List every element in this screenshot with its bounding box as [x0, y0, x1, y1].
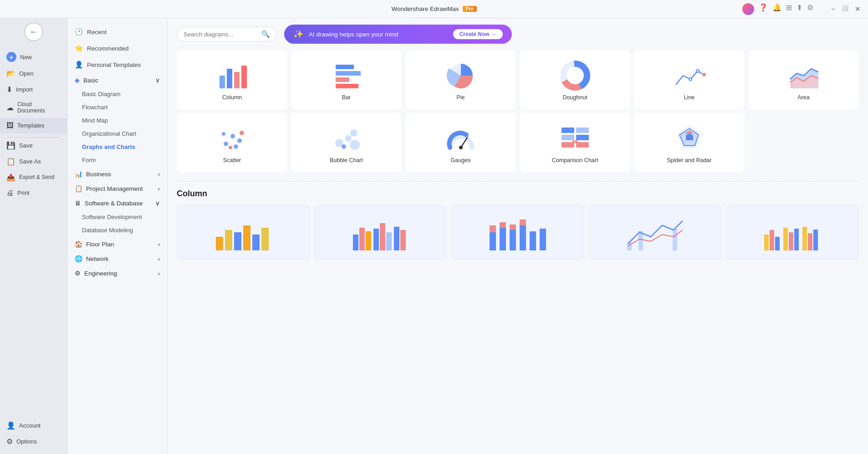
create-now-button[interactable]: Create Now → — [453, 29, 503, 39]
recent-label: Recent — [87, 29, 107, 36]
minimize-button[interactable]: − — [831, 5, 835, 13]
recent-item[interactable]: 🕐 Recent — [67, 24, 167, 40]
chart-card-gauges[interactable]: Gauges — [405, 113, 516, 172]
template-card-1[interactable] — [177, 205, 310, 260]
section-engineering-header[interactable]: ⚙ Engineering › — [67, 266, 167, 281]
bar-chart-thumb — [331, 61, 363, 91]
template-thumb-4 — [589, 205, 721, 259]
basic-diagram-item[interactable]: Basic Diagram — [67, 87, 167, 101]
templates-nav-item[interactable]: 🖼 Templates — [0, 118, 67, 133]
recommended-item[interactable]: ⭐ Recommended — [67, 40, 167, 56]
form-item[interactable]: Form — [67, 153, 167, 167]
import-label: Import — [16, 86, 33, 93]
help-icon[interactable]: ❓ — [759, 3, 768, 15]
floorplan-icon: 🏠 — [75, 240, 82, 248]
save-nav-item[interactable]: 💾 Save — [0, 138, 67, 153]
options-label: Options — [16, 438, 37, 445]
svg-point-22 — [240, 131, 244, 135]
section-network-header[interactable]: 🌐 Network › — [67, 251, 167, 266]
restore-button[interactable]: ⬜ — [842, 5, 848, 13]
chart-card-comparison[interactable]: Comparison Chart — [520, 113, 630, 172]
chart-card-bar[interactable]: Bar — [291, 50, 402, 109]
cloud-nav-item[interactable]: ☁ Cloud Documents — [0, 97, 67, 118]
template-card-3[interactable] — [451, 205, 584, 260]
section-project-header[interactable]: 📋 Project Management › — [67, 181, 167, 196]
chart-card-bubble[interactable]: Bubble Chart — [291, 113, 402, 172]
svg-point-27 — [350, 140, 360, 150]
ai-sparkle-icon: ✨ — [293, 29, 303, 39]
chart-card-doughnut[interactable]: Doughnut — [520, 50, 630, 109]
svg-rect-3 — [241, 66, 247, 88]
db-modeling-item[interactable]: Database Modeling — [67, 224, 167, 237]
project-label: Project Management — [86, 185, 143, 192]
section-business: 📊 Business › — [67, 167, 167, 181]
section-business-header[interactable]: 📊 Business › — [67, 167, 167, 181]
template-card-2[interactable] — [314, 205, 447, 260]
community-icon[interactable]: ⊞ — [786, 3, 792, 15]
save-as-label: Save As — [19, 158, 41, 165]
export-icon: 📤 — [6, 173, 15, 182]
share-icon[interactable]: ⬆ — [797, 3, 802, 15]
basic-label: Basic — [83, 77, 98, 84]
account-nav-item[interactable]: 👤 Account — [0, 418, 67, 434]
recent-icon: 🕐 — [75, 28, 83, 36]
personal-templates-item[interactable]: 👤 Personal Templates — [67, 56, 167, 73]
svg-rect-36 — [562, 142, 574, 148]
chart-card-area[interactable]: Area — [748, 50, 859, 109]
section-floorplan-header[interactable]: 🏠 Floor Plan › — [67, 237, 167, 251]
svg-rect-77 — [789, 232, 793, 250]
svg-point-19 — [230, 134, 235, 138]
engineering-icon: ⚙ — [75, 270, 81, 277]
chart-card-scatter[interactable]: Scatter — [177, 113, 287, 172]
save-as-icon: 📋 — [6, 157, 15, 166]
line-chart-thumb — [674, 61, 705, 91]
template-thumb-1 — [177, 205, 309, 259]
open-label: Open — [19, 70, 34, 77]
ai-banner[interactable]: ✨ AI drawing helps open your mind Create… — [284, 25, 512, 44]
chart-card-column[interactable]: Column — [177, 50, 287, 109]
pie-label: Pie — [456, 94, 465, 101]
floorplan-chevron: › — [158, 241, 160, 248]
template-card-5[interactable] — [726, 205, 859, 260]
avatar-icon[interactable] — [742, 3, 754, 15]
import-nav-item[interactable]: ⬇ Import — [0, 82, 67, 97]
svg-rect-2 — [234, 72, 240, 88]
new-nav-item[interactable]: + New — [0, 48, 67, 66]
svg-rect-53 — [359, 228, 365, 250]
cloud-icon: ☁ — [6, 103, 14, 112]
svg-rect-55 — [373, 229, 379, 250]
software-sub-items: Software Development Database Modeling — [67, 210, 167, 237]
svg-rect-48 — [243, 225, 250, 250]
chart-card-pie[interactable]: Pie — [405, 50, 516, 109]
open-icon: 📂 — [6, 69, 15, 78]
open-nav-item[interactable]: 📂 Open — [0, 66, 67, 82]
comparison-chart-thumb — [559, 124, 591, 153]
flowchart-item[interactable]: Flowchart — [67, 101, 167, 114]
close-button[interactable]: ✕ — [855, 5, 861, 13]
software-label: Software & Database — [85, 200, 143, 207]
org-chart-item[interactable]: Organizational Chart — [67, 127, 167, 140]
graphs-charts-item[interactable]: Graphs and Charts — [67, 140, 167, 153]
options-nav-item[interactable]: ⚙ Options — [0, 434, 67, 449]
chart-card-line[interactable]: Line — [634, 50, 745, 109]
toolbar: 🔍 ✨ AI drawing helps open your mind Crea… — [168, 18, 868, 50]
section-software-header[interactable]: 🖥 Software & Database ∨ — [67, 196, 167, 210]
settings-icon[interactable]: ⚙ — [807, 3, 813, 15]
notification-icon[interactable]: 🔔 — [772, 3, 781, 15]
software-dev-item[interactable]: Software Development — [67, 210, 167, 224]
search-input[interactable] — [184, 31, 258, 38]
save-as-nav-item[interactable]: 📋 Save As — [0, 153, 67, 169]
export-nav-item[interactable]: 📤 Export & Send — [0, 169, 67, 185]
chart-card-spider[interactable]: Spider and Radar — [634, 113, 745, 172]
mind-map-item[interactable]: Mind Map — [67, 114, 167, 127]
section-basic-header[interactable]: ◆ Basic ∨ — [67, 73, 167, 87]
template-card-4[interactable] — [589, 205, 722, 260]
back-button[interactable]: ← — [25, 23, 43, 41]
template-thumb-3 — [452, 205, 584, 259]
svg-rect-58 — [394, 227, 399, 250]
search-box[interactable]: 🔍 — [177, 27, 277, 41]
templates-icon: 🖼 — [6, 122, 14, 130]
print-nav-item[interactable]: 🖨 Print — [0, 185, 67, 201]
personal-icon: 👤 — [75, 61, 83, 69]
svg-rect-56 — [380, 223, 385, 250]
